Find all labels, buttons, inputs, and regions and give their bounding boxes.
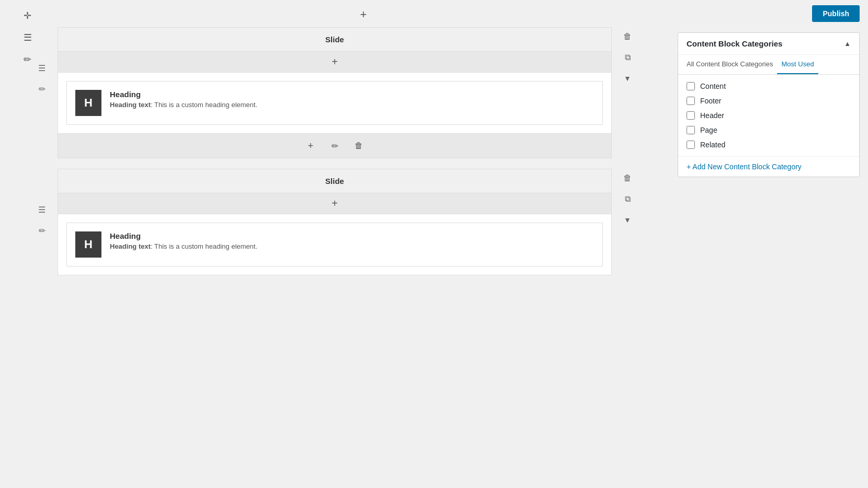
category-item-page: Page (687, 123, 851, 137)
block-2-icon: H (75, 231, 101, 258)
collapse-icon[interactable]: ▲ (844, 40, 851, 48)
block-1-body: Heading text: This is a custom heading e… (110, 101, 257, 109)
slide-2-inner-align-button[interactable]: ☰ (32, 200, 51, 219)
block-2-heading: Heading (110, 231, 257, 240)
tab-all-categories[interactable]: All Content Block Categories (682, 55, 777, 74)
left-toolbar: ✛ ☰ ✏ (0, 0, 55, 69)
slide-2-right-controls: 🗑 ⧉ ▼ (618, 169, 637, 229)
block-2-text-value: This is a custom heading element. (154, 242, 257, 250)
slide-1-copy-button[interactable]: ⧉ (618, 48, 637, 67)
slide-2-header: Slide (58, 169, 611, 193)
category-item-footer: Footer (687, 94, 851, 108)
slide-1-delete-button[interactable]: 🗑 (618, 27, 637, 46)
slide-2-inner: ☰ ✏ + H Heading Heading text: This (58, 193, 611, 266)
slide-1-bottom-bar: + ✏ 🗑 (58, 133, 611, 158)
category-page-checkbox[interactable] (687, 126, 695, 134)
edit-pencil-icon[interactable]: ✏ (18, 50, 37, 69)
slide-1-right-controls: 🗑 ⧉ ▼ (618, 27, 637, 88)
block-2-body: Heading text: This is a custom heading e… (110, 242, 257, 250)
category-header-checkbox[interactable] (687, 111, 695, 120)
slide-1-block-1: H Heading Heading text: This is a custom… (66, 81, 603, 125)
block-2-text-content: Heading Heading text: This is a custom h… (110, 231, 257, 250)
align-icon[interactable]: ☰ (18, 28, 37, 47)
category-item-header: Header (687, 108, 851, 123)
category-footer-checkbox[interactable] (687, 97, 695, 105)
slide-2-down-button[interactable]: ▼ (618, 211, 637, 229)
slide-block-1: 🗑 ⧉ ▼ Slide ☰ ✏ + (58, 27, 612, 158)
category-item-related: Related (687, 137, 851, 152)
tab-most-used[interactable]: Most Used (777, 55, 818, 74)
slide-2-add-bar[interactable]: + (58, 193, 611, 214)
slide-2-copy-button[interactable]: ⧉ (618, 190, 637, 208)
category-page-label[interactable]: Page (700, 126, 717, 134)
sidebar-header: Publish (678, 5, 860, 22)
slide-2-inner-edit-button[interactable]: ✏ (32, 221, 51, 240)
slide-block-2: 🗑 ⧉ ▼ Slide ☰ ✏ + (58, 169, 612, 275)
slide-2-block-1: H Heading Heading text: This is a custom… (66, 223, 603, 266)
slide-2-delete-button[interactable]: 🗑 (618, 169, 637, 188)
category-list: Content Footer Header Page Related (678, 75, 859, 156)
slide-1-add-bar[interactable]: + (58, 52, 611, 73)
block-1-heading: Heading (110, 90, 257, 99)
sidebar: Publish Content Block Categories ▲ All C… (669, 0, 868, 488)
slide-1-title: Slide (325, 35, 344, 44)
block-1-text-content: Heading Heading text: This is a custom h… (110, 90, 257, 109)
slide-2-title: Slide (325, 177, 344, 185)
slide-1-bottom-delete-button[interactable]: 🗑 (351, 138, 367, 154)
top-add-button[interactable]: + (354, 5, 373, 24)
category-content-checkbox[interactable] (687, 82, 695, 90)
categories-tabs: All Content Block Categories Most Used (678, 55, 859, 75)
slide-1-header: Slide (58, 28, 611, 52)
slide-1-inner-edit-button[interactable]: ✏ (32, 79, 51, 98)
block-1-text-label: Heading text (110, 101, 151, 109)
slide-1-bottom-add-button[interactable]: + (303, 138, 318, 154)
slide-1-inner: ☰ ✏ + H Heading Heading text: This (58, 52, 611, 158)
category-header-label[interactable]: Header (700, 111, 724, 120)
add-new-category-container: + Add New Content Block Category (678, 156, 859, 177)
slide-1-bottom-edit-button[interactable]: ✏ (327, 138, 342, 154)
slide-2-content: Slide ☰ ✏ + H (58, 169, 612, 275)
block-1-text-value: This is a custom heading element. (154, 101, 257, 109)
category-footer-label[interactable]: Footer (700, 97, 721, 105)
category-content-label[interactable]: Content (700, 82, 726, 90)
category-item-content: Content (687, 79, 851, 94)
block-2-text-label: Heading text (110, 242, 151, 250)
category-related-checkbox[interactable] (687, 141, 695, 149)
add-new-category-link[interactable]: + Add New Content Block Category (687, 162, 802, 171)
category-related-label[interactable]: Related (700, 141, 725, 149)
block-1-icon: H (75, 90, 101, 116)
slide-2-inner-left-controls: ☰ ✏ (32, 200, 51, 240)
categories-panel-header: Content Block Categories ▲ (678, 33, 859, 55)
publish-button[interactable]: Publish (812, 5, 860, 22)
move-icon[interactable]: ✛ (18, 6, 37, 25)
categories-panel: Content Block Categories ▲ All Content B… (678, 32, 860, 177)
categories-panel-title: Content Block Categories (687, 39, 782, 48)
slide-1-content: Slide ☰ ✏ + H (58, 27, 612, 158)
slide-1-down-button[interactable]: ▼ (618, 69, 637, 88)
